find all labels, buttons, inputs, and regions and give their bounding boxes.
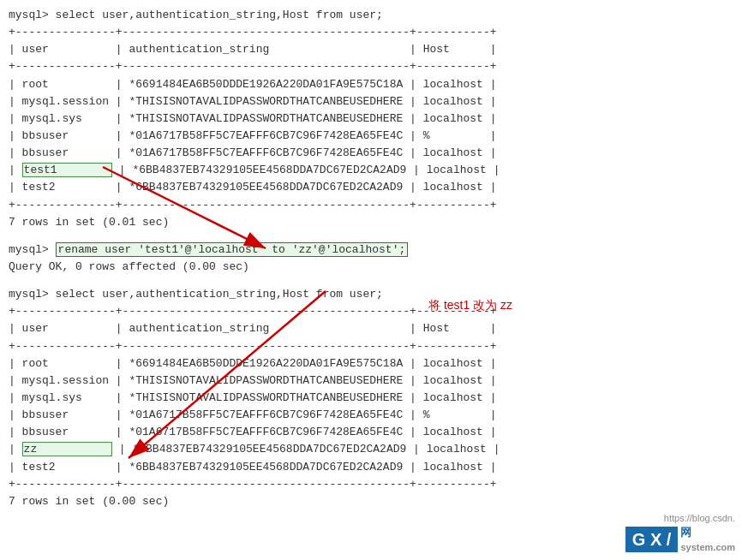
watermark-label: 网system.com bbox=[680, 525, 735, 553]
section-2: mysql> select user,authentication_string… bbox=[9, 286, 733, 510]
line-s2-r7: | test2 | *6BB4837EB74329105EE4568DDA7DC… bbox=[9, 459, 733, 476]
line-s2-r1: | root | *6691484EA6B50DDDE1926A220DA01F… bbox=[9, 355, 733, 372]
line-s2-1: +---------------+-----------------------… bbox=[9, 303, 733, 320]
line-s2-4: +---------------+-----------------------… bbox=[9, 476, 733, 493]
section-1: mysql> select user,authentication_string… bbox=[9, 7, 733, 231]
line-s1-r7: | test2 | *6BB4837EB74329105EE4568DDA7DC… bbox=[9, 179, 733, 196]
line-s1-2: | user | authentication_string | Host | bbox=[9, 41, 733, 58]
section-rename: mysql> rename user 'test1'@'localhost' t… bbox=[9, 241, 733, 276]
line-s1-r2: | mysql.session | *THISISNOTAVALIDPASSWO… bbox=[9, 93, 733, 110]
line-s1-3: +---------------+-----------------------… bbox=[9, 58, 733, 75]
terminal: mysql> select user,authentication_string… bbox=[0, 0, 742, 560]
line-s2-r5: | bbsuser | *01A6717B58FF5C7EAFFF6CB7C96… bbox=[9, 424, 733, 441]
line-s2-r2: | mysql.session | *THISISNOTAVALIDPASSWO… bbox=[9, 372, 733, 390]
annotation-text: 将 test1 改为 zz bbox=[428, 298, 512, 313]
query-ok-line: Query OK, 0 rows affected (0.00 sec) bbox=[9, 259, 733, 276]
watermark-gx: G X / bbox=[625, 527, 679, 552]
rename-cmd-line: mysql> rename user 'test1'@'localhost' t… bbox=[9, 241, 733, 259]
test1-highlight: test1 bbox=[22, 163, 112, 177]
line-s1-4: +---------------+-----------------------… bbox=[9, 197, 733, 214]
rename-cmd-highlight: rename user 'test1'@'localhost' to 'zz'@… bbox=[56, 242, 409, 257]
line-s2-0: mysql> select user,authentication_string… bbox=[9, 286, 733, 303]
line-s2-3: +---------------+-----------------------… bbox=[9, 338, 733, 355]
line-s1-1: +---------------+-----------------------… bbox=[9, 24, 733, 41]
line-s1-r3: | mysql.sys | *THISISNOTAVALIDPASSWORDTH… bbox=[9, 110, 733, 128]
line-s1-count: 7 rows in set (0.01 sec) bbox=[9, 214, 733, 231]
line-s1-r4: | bbsuser | *01A6717B58FF5C7EAFFF6CB7C96… bbox=[9, 128, 733, 145]
watermark: https://blog.csdn. G X / 网system.com bbox=[625, 513, 735, 553]
line-s2-r6-zz: | zz | *6BB4837EB74329105EE4568DDA7DC67E… bbox=[9, 441, 733, 458]
line-s1-r5: | bbsuser | *01A6717B58FF5C7EAFFF6CB7C96… bbox=[9, 145, 733, 162]
watermark-url: https://blog.csdn. bbox=[664, 513, 735, 523]
line-s1-r1: | root | *6691484EA6B50DDDE1926A220DA01F… bbox=[9, 76, 733, 93]
line-s2-r4: | bbsuser | *01A6717B58FF5C7EAFFF6CB7C96… bbox=[9, 407, 733, 424]
line-s2-r3: | mysql.sys | *THISISNOTAVALIDPASSWORDTH… bbox=[9, 390, 733, 407]
zz-highlight: zz bbox=[22, 442, 112, 456]
line-s1-0: mysql> select user,authentication_string… bbox=[9, 7, 733, 24]
line-s1-r6-test1: | test1 | *6BB4837EB74329105EE4568DDA7DC… bbox=[9, 162, 733, 179]
line-s2-count: 7 rows in set (0.00 sec) bbox=[9, 493, 733, 510]
line-s2-2: | user | authentication_string | Host | bbox=[9, 320, 733, 337]
